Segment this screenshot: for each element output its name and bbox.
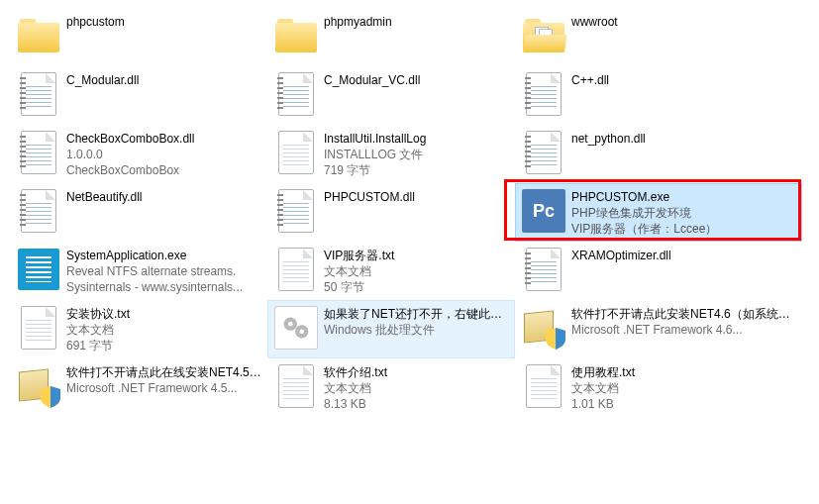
text-file-icon — [272, 362, 320, 410]
file-item[interactable]: PHPCUSTOM.dll — [267, 183, 515, 242]
file-detail: Windows 批处理文件 — [324, 322, 510, 338]
file-item[interactable]: 软件打不开请点此在线安装NET4.5(当系统不支持net4.6时，...Micr… — [10, 358, 267, 417]
file-detail: Microsoft .NET Framework 4.5... — [66, 380, 262, 396]
file-name: 使用教程.txt — [571, 364, 797, 380]
text-file-icon — [15, 304, 62, 352]
file-name: net_python.dll — [571, 131, 797, 147]
file-detail: 文本文档 — [571, 380, 797, 396]
file-item[interactable]: 软件介绍.txt文本文档8.13 KB — [267, 358, 515, 417]
file-name: CheckBoxComboBox.dll — [66, 131, 262, 147]
file-detail: 1.01 KB — [571, 396, 797, 412]
dll-file-icon — [520, 70, 567, 118]
file-item[interactable]: CheckBoxComboBox.dll1.0.0.0CheckBoxCombo… — [10, 125, 267, 183]
file-item[interactable]: SystemApplication.exeReveal NTFS alterna… — [10, 242, 267, 300]
file-item[interactable]: phpmyadmin — [267, 8, 515, 66]
file-name: C_Modular_VC.dll — [324, 72, 510, 88]
file-item[interactable]: phpcustom — [10, 8, 267, 66]
file-name: InstallUtil.InstallLog — [324, 131, 510, 147]
file-detail: Reveal NTFS alternate streams. — [66, 263, 262, 279]
file-name: 如果装了NET还打不开，右键此文件勾选解除锁定后，再次右键以... — [324, 306, 510, 322]
file-detail: 文本文档 — [66, 322, 262, 338]
file-detail: CheckBoxComboBox — [66, 162, 262, 178]
file-detail: PHP绿色集成开发环境 — [571, 205, 797, 221]
file-detail: 1.0.0.0 — [66, 147, 262, 162]
file-item[interactable]: net_python.dll — [515, 125, 802, 183]
file-item[interactable]: 使用教程.txt文本文档1.01 KB — [515, 358, 802, 417]
file-detail: 文本文档 — [324, 263, 510, 279]
file-name: C_Modular.dll — [66, 72, 262, 88]
svg-point-2 — [288, 322, 293, 327]
file-detail: 文本文档 — [324, 380, 510, 396]
file-item[interactable]: XRAMOptimizer.dll — [515, 242, 802, 300]
file-detail: INSTALLLOG 文件 — [324, 147, 510, 162]
file-detail: 691 字节 — [66, 338, 262, 353]
folder-icon — [520, 12, 567, 59]
file-item[interactable]: InstallUtil.InstallLogINSTALLLOG 文件719 字… — [267, 125, 515, 183]
file-item[interactable]: 如果装了NET还打不开，右键此文件勾选解除锁定后，再次右键以...Windows… — [267, 300, 515, 358]
file-detail: Microsoft .NET Framework 4.6... — [571, 322, 797, 338]
file-name: phpmyadmin — [324, 14, 510, 30]
file-item[interactable]: C++.dll — [515, 66, 802, 125]
dll-file-icon — [520, 246, 567, 293]
file-name: C++.dll — [571, 72, 797, 88]
file-detail: Sysinternals - www.sysinternals... — [66, 279, 262, 295]
dll-file-icon — [272, 187, 320, 235]
file-list-grid: phpcustomphpmyadminwwwrootC_Modular.dllC… — [0, 0, 819, 425]
file-item[interactable]: 软件打不开请点此安装NET4.6（如系统无法安装NET4.6，请点击NE...M… — [515, 300, 802, 358]
file-item[interactable]: 安装协议.txt文本文档691 字节 — [10, 300, 267, 358]
dll-file-icon — [272, 70, 320, 118]
log-file-icon — [272, 129, 320, 176]
file-name: XRAMOptimizer.dll — [571, 248, 797, 263]
app-icon: Pc — [520, 187, 567, 235]
file-item[interactable]: wwwroot — [515, 8, 802, 66]
file-item[interactable]: VIP服务器.txt文本文档50 字节 — [267, 242, 515, 300]
installer-icon — [15, 362, 62, 410]
file-name: VIP服务器.txt — [324, 248, 510, 263]
file-name: PHPCUSTOM.exe — [571, 189, 797, 205]
text-file-icon — [272, 246, 320, 293]
dll-file-icon — [15, 187, 62, 235]
file-item[interactable]: PcPHPCUSTOM.exePHP绿色集成开发环境VIP服务器（作者：Lcce… — [515, 183, 802, 242]
file-detail: 50 字节 — [324, 279, 510, 295]
file-detail: VIP服务器（作者：Lccee） — [571, 221, 797, 237]
text-file-icon — [520, 362, 567, 410]
dll-file-icon — [15, 129, 62, 176]
file-name: wwwroot — [571, 14, 797, 30]
dll-file-icon — [15, 70, 62, 118]
file-name: 软件打不开请点此在线安装NET4.5(当系统不支持net4.6时，... — [66, 364, 262, 380]
exe-icon — [15, 246, 62, 293]
installer-icon — [520, 304, 567, 352]
svg-point-3 — [299, 329, 304, 334]
file-detail: 8.13 KB — [324, 396, 510, 412]
file-name: PHPCUSTOM.dll — [324, 189, 510, 205]
folder-icon — [15, 12, 62, 59]
batch-file-icon — [272, 304, 320, 352]
file-item[interactable]: C_Modular.dll — [10, 66, 267, 125]
file-name: phpcustom — [66, 14, 262, 30]
file-detail: 719 字节 — [324, 162, 510, 178]
file-name: SystemApplication.exe — [66, 248, 262, 263]
file-item[interactable]: C_Modular_VC.dll — [267, 66, 515, 125]
dll-file-icon — [520, 129, 567, 176]
folder-icon — [272, 12, 320, 59]
file-name: NetBeautify.dll — [66, 189, 262, 205]
file-name: 软件打不开请点此安装NET4.6（如系统无法安装NET4.6，请点击NE... — [571, 306, 797, 322]
file-item[interactable]: NetBeautify.dll — [10, 183, 267, 242]
file-name: 安装协议.txt — [66, 306, 262, 322]
file-name: 软件介绍.txt — [324, 364, 510, 380]
